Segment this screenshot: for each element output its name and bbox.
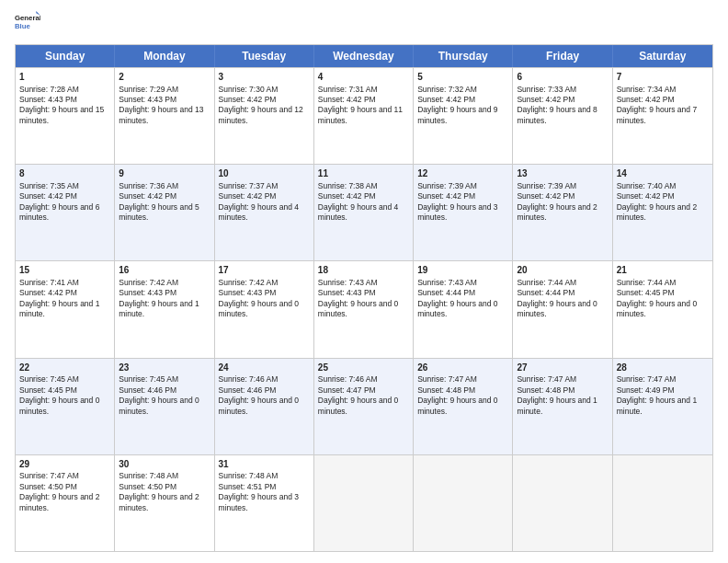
sunset-text: Sunset: 4:42 PM	[219, 95, 277, 104]
day-number: 30	[119, 458, 210, 471]
sunset-text: Sunset: 4:42 PM	[19, 288, 77, 297]
sunrise-text: Sunrise: 7:47 AM	[417, 374, 477, 384]
day-number: 9	[119, 167, 210, 180]
calendar-cell: 8Sunrise: 7:35 AMSunset: 4:42 PMDaylight…	[16, 165, 115, 260]
day-number: 13	[517, 167, 608, 180]
calendar-cell: 19Sunrise: 7:43 AMSunset: 4:44 PMDayligh…	[414, 261, 513, 357]
daylight-text: Daylight: 9 hours and 2 minutes.	[617, 202, 697, 222]
sunset-text: Sunset: 4:50 PM	[119, 482, 176, 491]
day-number: 22	[19, 362, 110, 374]
sunset-text: Sunset: 4:42 PM	[417, 191, 475, 201]
logo: General Blue	[15, 11, 40, 37]
calendar-cell: 3Sunrise: 7:30 AMSunset: 4:42 PMDaylight…	[215, 68, 314, 164]
sunset-text: Sunset: 4:47 PM	[318, 385, 376, 395]
sunset-text: Sunset: 4:50 PM	[19, 482, 77, 491]
calendar-cell: 9Sunrise: 7:36 AMSunset: 4:42 PMDaylight…	[115, 165, 214, 260]
sunrise-text: Sunrise: 7:37 AM	[219, 181, 279, 190]
sunrise-text: Sunrise: 7:42 AM	[119, 278, 178, 287]
day-number: 5	[417, 71, 508, 84]
header-tuesday: Tuesday	[215, 45, 314, 67]
calendar-body: 1Sunrise: 7:28 AMSunset: 4:43 PMDaylight…	[16, 67, 712, 551]
day-number: 6	[517, 71, 608, 84]
calendar-header: Sunday Monday Tuesday Wednesday Thursday…	[16, 45, 712, 67]
sunrise-text: Sunrise: 7:45 AM	[119, 374, 178, 384]
sunrise-text: Sunrise: 7:33 AM	[517, 85, 576, 94]
day-number: 2	[119, 71, 210, 84]
sunrise-text: Sunrise: 7:43 AM	[318, 278, 378, 287]
sunrise-text: Sunrise: 7:39 AM	[417, 181, 477, 190]
svg-text:Blue: Blue	[15, 22, 31, 30]
day-number: 7	[617, 71, 709, 84]
header: General Blue	[15, 11, 713, 37]
calendar-cell: 12Sunrise: 7:39 AMSunset: 4:42 PMDayligh…	[414, 165, 513, 260]
day-number: 28	[617, 362, 709, 374]
calendar-cell: 4Sunrise: 7:31 AMSunset: 4:42 PMDaylight…	[314, 68, 414, 164]
daylight-text: Daylight: 9 hours and 3 minutes.	[219, 492, 299, 511]
sunset-text: Sunset: 4:51 PM	[219, 482, 277, 491]
calendar-cell	[613, 455, 712, 551]
day-number: 27	[517, 362, 608, 374]
sunset-text: Sunset: 4:44 PM	[417, 288, 475, 297]
daylight-text: Daylight: 9 hours and 0 minutes.	[617, 299, 697, 318]
daylight-text: Daylight: 9 hours and 9 minutes.	[417, 105, 497, 124]
sunset-text: Sunset: 4:42 PM	[417, 95, 475, 104]
sunrise-text: Sunrise: 7:31 AM	[318, 85, 378, 94]
day-number: 12	[417, 167, 508, 180]
daylight-text: Daylight: 9 hours and 0 minutes.	[219, 299, 299, 318]
sunrise-text: Sunrise: 7:38 AM	[318, 181, 378, 190]
header-saturday: Saturday	[613, 45, 712, 67]
daylight-text: Daylight: 9 hours and 0 minutes.	[318, 396, 398, 415]
daylight-text: Daylight: 9 hours and 3 minutes.	[417, 202, 497, 222]
daylight-text: Daylight: 9 hours and 5 minutes.	[119, 202, 199, 222]
daylight-text: Daylight: 9 hours and 2 minutes.	[119, 492, 199, 511]
daylight-text: Daylight: 9 hours and 0 minutes.	[119, 396, 199, 415]
day-number: 15	[19, 264, 110, 277]
day-number: 10	[219, 167, 310, 180]
sunrise-text: Sunrise: 7:46 AM	[219, 374, 279, 384]
day-number: 3	[219, 71, 310, 84]
day-number: 4	[318, 71, 409, 84]
sunrise-text: Sunrise: 7:32 AM	[417, 85, 477, 94]
sunset-text: Sunset: 4:43 PM	[19, 95, 77, 104]
sunset-text: Sunset: 4:42 PM	[318, 191, 376, 201]
sunset-text: Sunset: 4:45 PM	[617, 288, 675, 297]
sunrise-text: Sunrise: 7:47 AM	[19, 471, 79, 480]
day-number: 18	[318, 264, 409, 277]
calendar-cell: 5Sunrise: 7:32 AMSunset: 4:42 PMDaylight…	[414, 68, 513, 164]
sunset-text: Sunset: 4:48 PM	[517, 385, 574, 395]
svg-text:General: General	[15, 14, 40, 22]
calendar-row: 15Sunrise: 7:41 AMSunset: 4:42 PMDayligh…	[16, 260, 712, 357]
logo-icon: General Blue	[15, 11, 40, 37]
day-number: 23	[119, 362, 210, 374]
daylight-text: Daylight: 9 hours and 2 minutes.	[19, 492, 99, 511]
calendar-cell: 18Sunrise: 7:43 AMSunset: 4:43 PMDayligh…	[314, 261, 414, 357]
day-number: 17	[219, 264, 310, 277]
header-monday: Monday	[115, 45, 214, 67]
daylight-text: Daylight: 9 hours and 1 minute.	[119, 299, 199, 318]
sunset-text: Sunset: 4:43 PM	[119, 288, 176, 297]
sunrise-text: Sunrise: 7:44 AM	[517, 278, 576, 287]
sunrise-text: Sunrise: 7:48 AM	[219, 471, 279, 480]
calendar-row: 8Sunrise: 7:35 AMSunset: 4:42 PMDaylight…	[16, 164, 712, 260]
sunrise-text: Sunrise: 7:44 AM	[617, 278, 677, 287]
calendar-cell: 20Sunrise: 7:44 AMSunset: 4:44 PMDayligh…	[513, 261, 612, 357]
calendar-cell: 17Sunrise: 7:42 AMSunset: 4:43 PMDayligh…	[215, 261, 314, 357]
sunrise-text: Sunrise: 7:35 AM	[19, 181, 79, 190]
sunrise-text: Sunrise: 7:30 AM	[219, 85, 279, 94]
calendar-cell	[414, 455, 513, 551]
sunset-text: Sunset: 4:42 PM	[517, 191, 574, 201]
daylight-text: Daylight: 9 hours and 1 minute.	[19, 299, 99, 318]
calendar-cell	[513, 455, 612, 551]
calendar-cell: 25Sunrise: 7:46 AMSunset: 4:47 PMDayligh…	[314, 359, 414, 454]
day-number: 19	[417, 264, 508, 277]
daylight-text: Daylight: 9 hours and 4 minutes.	[219, 202, 299, 222]
sunset-text: Sunset: 4:42 PM	[617, 95, 675, 104]
calendar-cell: 24Sunrise: 7:46 AMSunset: 4:46 PMDayligh…	[215, 359, 314, 454]
calendar-row: 22Sunrise: 7:45 AMSunset: 4:45 PMDayligh…	[16, 358, 712, 454]
sunset-text: Sunset: 4:42 PM	[617, 191, 675, 201]
daylight-text: Daylight: 9 hours and 0 minutes.	[19, 396, 99, 415]
sunrise-text: Sunrise: 7:28 AM	[19, 85, 79, 94]
sunrise-text: Sunrise: 7:46 AM	[318, 374, 378, 384]
calendar-cell	[314, 455, 414, 551]
daylight-text: Daylight: 9 hours and 2 minutes.	[517, 202, 597, 222]
